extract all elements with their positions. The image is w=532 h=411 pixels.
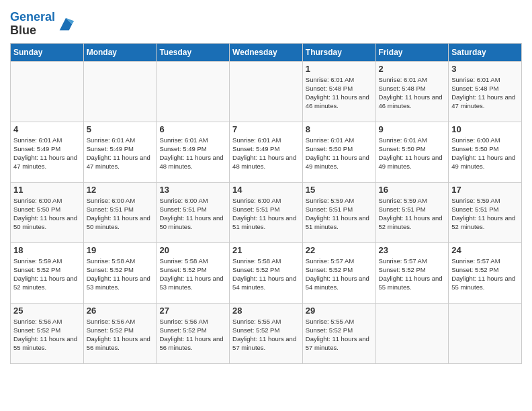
calendar-cell: 18Sunrise: 5:59 AM Sunset: 5:52 PM Dayli… [11, 242, 84, 303]
day-info: Sunrise: 6:01 AM Sunset: 5:49 PM Dayligh… [232, 136, 300, 171]
col-header-saturday: Saturday [449, 43, 522, 61]
day-info: Sunrise: 6:01 AM Sunset: 5:48 PM Dayligh… [379, 75, 446, 111]
calendar-cell: 17Sunrise: 5:59 AM Sunset: 5:51 PM Dayli… [449, 182, 522, 242]
week-row-5: 25Sunrise: 5:56 AM Sunset: 5:52 PM Dayli… [11, 303, 522, 363]
calendar-cell: 26Sunrise: 5:56 AM Sunset: 5:52 PM Dayli… [83, 303, 157, 363]
calendar-cell [157, 61, 230, 122]
week-row-1: 1Sunrise: 6:01 AM Sunset: 5:48 PM Daylig… [11, 61, 522, 122]
day-number: 23 [379, 245, 446, 255]
day-number: 16 [379, 185, 446, 195]
col-header-friday: Friday [375, 43, 449, 61]
day-number: 3 [451, 64, 519, 74]
day-number: 10 [451, 124, 519, 134]
logo-icon [56, 15, 75, 34]
day-info: Sunrise: 5:57 AM Sunset: 5:52 PM Dayligh… [451, 257, 519, 292]
day-info: Sunrise: 5:59 AM Sunset: 5:51 PM Dayligh… [306, 196, 373, 232]
page-header: GeneralBlue [10, 7, 522, 38]
calendar-cell [11, 61, 84, 122]
day-info: Sunrise: 5:57 AM Sunset: 5:52 PM Dayligh… [306, 257, 373, 292]
day-number: 2 [379, 64, 446, 74]
day-info: Sunrise: 5:58 AM Sunset: 5:52 PM Dayligh… [232, 257, 300, 292]
calendar-table: SundayMondayTuesdayWednesdayThursdayFrid… [10, 43, 522, 364]
day-info: Sunrise: 6:01 AM Sunset: 5:50 PM Dayligh… [306, 136, 373, 171]
day-info: Sunrise: 6:00 AM Sunset: 5:51 PM Dayligh… [87, 196, 154, 232]
day-number: 24 [451, 245, 519, 255]
day-number: 17 [451, 185, 519, 195]
calendar-cell: 28Sunrise: 5:55 AM Sunset: 5:52 PM Dayli… [230, 303, 303, 363]
calendar-cell: 20Sunrise: 5:58 AM Sunset: 5:52 PM Dayli… [157, 242, 230, 303]
day-info: Sunrise: 6:00 AM Sunset: 5:50 PM Dayligh… [13, 196, 81, 232]
week-row-4: 18Sunrise: 5:59 AM Sunset: 5:52 PM Dayli… [11, 242, 522, 303]
day-number: 11 [13, 185, 81, 195]
day-info: Sunrise: 6:00 AM Sunset: 5:50 PM Dayligh… [451, 136, 519, 171]
calendar-cell: 12Sunrise: 6:00 AM Sunset: 5:51 PM Dayli… [83, 182, 157, 242]
calendar-cell: 14Sunrise: 6:00 AM Sunset: 5:51 PM Dayli… [230, 182, 303, 242]
day-number: 14 [232, 185, 300, 195]
calendar-cell: 3Sunrise: 6:01 AM Sunset: 5:48 PM Daylig… [449, 61, 522, 122]
day-info: Sunrise: 5:58 AM Sunset: 5:52 PM Dayligh… [87, 257, 154, 292]
calendar-cell: 15Sunrise: 5:59 AM Sunset: 5:51 PM Dayli… [302, 182, 375, 242]
day-info: Sunrise: 5:59 AM Sunset: 5:51 PM Dayligh… [451, 196, 519, 232]
day-number: 19 [87, 245, 154, 255]
calendar-cell: 21Sunrise: 5:58 AM Sunset: 5:52 PM Dayli… [230, 242, 303, 303]
logo: GeneralBlue [10, 11, 75, 38]
col-header-tuesday: Tuesday [157, 43, 230, 61]
day-info: Sunrise: 6:00 AM Sunset: 5:51 PM Dayligh… [232, 196, 300, 232]
day-number: 29 [306, 306, 373, 316]
day-info: Sunrise: 5:59 AM Sunset: 5:51 PM Dayligh… [379, 196, 446, 232]
calendar-cell: 29Sunrise: 5:55 AM Sunset: 5:52 PM Dayli… [302, 303, 375, 363]
calendar-cell: 27Sunrise: 5:56 AM Sunset: 5:52 PM Dayli… [157, 303, 230, 363]
col-header-thursday: Thursday [302, 43, 375, 61]
calendar-cell: 23Sunrise: 5:57 AM Sunset: 5:52 PM Dayli… [375, 242, 449, 303]
calendar-cell: 10Sunrise: 6:00 AM Sunset: 5:50 PM Dayli… [449, 122, 522, 182]
day-info: Sunrise: 5:58 AM Sunset: 5:52 PM Dayligh… [159, 257, 226, 292]
day-number: 7 [232, 124, 300, 134]
day-info: Sunrise: 6:01 AM Sunset: 5:49 PM Dayligh… [13, 136, 81, 171]
day-number: 5 [87, 124, 154, 134]
day-info: Sunrise: 6:01 AM Sunset: 5:48 PM Dayligh… [306, 75, 373, 111]
col-header-sunday: Sunday [11, 43, 84, 61]
calendar-cell [449, 303, 522, 363]
calendar-cell: 16Sunrise: 5:59 AM Sunset: 5:51 PM Dayli… [375, 182, 449, 242]
calendar-cell [375, 303, 449, 363]
day-info: Sunrise: 5:56 AM Sunset: 5:52 PM Dayligh… [87, 317, 154, 353]
col-header-monday: Monday [83, 43, 157, 61]
day-number: 27 [159, 306, 226, 316]
day-number: 18 [13, 245, 81, 255]
week-row-3: 11Sunrise: 6:00 AM Sunset: 5:50 PM Dayli… [11, 182, 522, 242]
calendar-cell: 11Sunrise: 6:00 AM Sunset: 5:50 PM Dayli… [11, 182, 84, 242]
calendar-cell: 4Sunrise: 6:01 AM Sunset: 5:49 PM Daylig… [11, 122, 84, 182]
day-number: 13 [159, 185, 226, 195]
day-number: 26 [87, 306, 154, 316]
logo-text: GeneralBlue [10, 11, 55, 38]
calendar-cell [83, 61, 157, 122]
day-info: Sunrise: 6:01 AM Sunset: 5:49 PM Dayligh… [87, 136, 154, 171]
day-number: 9 [379, 124, 446, 134]
day-number: 21 [232, 245, 300, 255]
calendar-cell: 2Sunrise: 6:01 AM Sunset: 5:48 PM Daylig… [375, 61, 449, 122]
calendar-cell: 1Sunrise: 6:01 AM Sunset: 5:48 PM Daylig… [302, 61, 375, 122]
day-info: Sunrise: 5:56 AM Sunset: 5:52 PM Dayligh… [13, 317, 81, 353]
calendar-cell: 6Sunrise: 6:01 AM Sunset: 5:49 PM Daylig… [157, 122, 230, 182]
week-row-2: 4Sunrise: 6:01 AM Sunset: 5:49 PM Daylig… [11, 122, 522, 182]
calendar-cell: 5Sunrise: 6:01 AM Sunset: 5:49 PM Daylig… [83, 122, 157, 182]
day-info: Sunrise: 5:56 AM Sunset: 5:52 PM Dayligh… [159, 317, 226, 353]
day-info: Sunrise: 6:01 AM Sunset: 5:50 PM Dayligh… [379, 136, 446, 171]
calendar-cell: 19Sunrise: 5:58 AM Sunset: 5:52 PM Dayli… [83, 242, 157, 303]
calendar-cell: 7Sunrise: 6:01 AM Sunset: 5:49 PM Daylig… [230, 122, 303, 182]
calendar-cell: 13Sunrise: 6:00 AM Sunset: 5:51 PM Dayli… [157, 182, 230, 242]
day-number: 20 [159, 245, 226, 255]
calendar-cell: 24Sunrise: 5:57 AM Sunset: 5:52 PM Dayli… [449, 242, 522, 303]
day-number: 15 [306, 185, 373, 195]
day-info: Sunrise: 6:00 AM Sunset: 5:51 PM Dayligh… [159, 196, 226, 232]
day-number: 28 [232, 306, 300, 316]
calendar-cell: 8Sunrise: 6:01 AM Sunset: 5:50 PM Daylig… [302, 122, 375, 182]
day-info: Sunrise: 5:57 AM Sunset: 5:52 PM Dayligh… [379, 257, 446, 292]
day-info: Sunrise: 6:01 AM Sunset: 5:48 PM Dayligh… [451, 75, 519, 111]
day-info: Sunrise: 6:01 AM Sunset: 5:49 PM Dayligh… [159, 136, 226, 171]
day-info: Sunrise: 5:55 AM Sunset: 5:52 PM Dayligh… [306, 317, 373, 353]
day-number: 22 [306, 245, 373, 255]
day-number: 4 [13, 124, 81, 134]
calendar-cell: 9Sunrise: 6:01 AM Sunset: 5:50 PM Daylig… [375, 122, 449, 182]
day-number: 8 [306, 124, 373, 134]
